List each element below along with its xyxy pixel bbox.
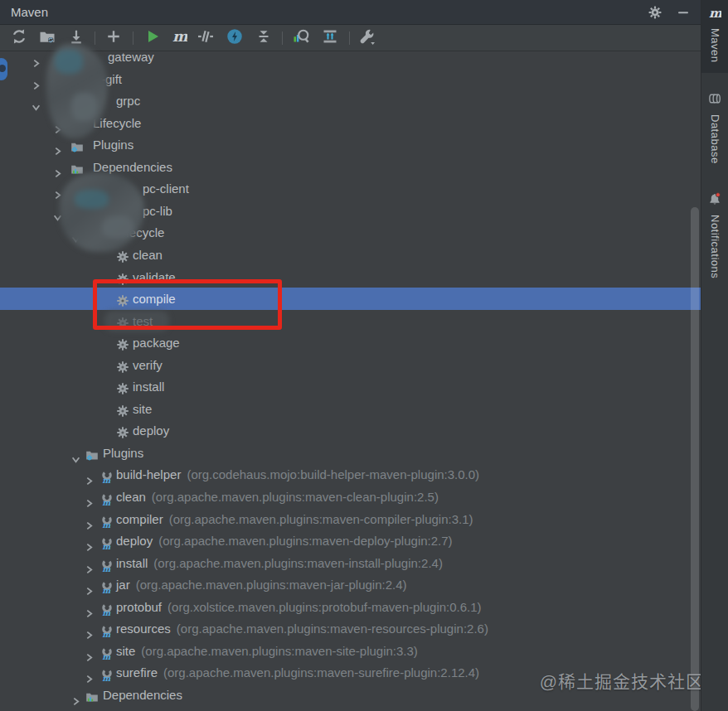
reimport-all-maven-projects-button[interactable] xyxy=(8,27,30,49)
chevron-expanded-icon[interactable] xyxy=(32,96,41,105)
skip-tests-icon xyxy=(197,28,214,48)
maven-settings-button[interactable] xyxy=(357,27,378,49)
tree-row-label: Lifecycle xyxy=(93,116,141,130)
stripe-tab-maven[interactable]: mMaven xyxy=(701,0,728,73)
tree-row-label: Lifecycle xyxy=(116,225,164,239)
tree-row-resources[interactable]: mresources(org.apache.maven.plugins:mave… xyxy=(0,617,701,640)
stripe-tab-notifications[interactable]: Notifications xyxy=(701,186,728,288)
tree-row-deploy[interactable]: mdeploy(org.apache.maven.plugins:maven-d… xyxy=(0,530,701,552)
chevron-collapsed-icon[interactable] xyxy=(85,492,94,501)
tree-row-desc: (org.codehaus.mojo:build-helper-maven-pl… xyxy=(187,467,479,481)
chevron-collapsed-icon[interactable] xyxy=(53,140,62,149)
tree-row-label: Dependencies xyxy=(93,160,172,174)
goal-gear-icon xyxy=(116,423,129,437)
plugin-gear-icon: m xyxy=(99,534,113,547)
tree-row-desc: (org.apache.maven.plugins:maven-clean-pl… xyxy=(152,490,439,504)
chevron-collapsed-icon[interactable] xyxy=(85,470,94,479)
chevron-collapsed-icon[interactable] xyxy=(85,602,94,612)
maven-tool-window: Maven m gateway-giftgrpcLifecyclePlugins… xyxy=(0,0,728,711)
chevron-collapsed-icon[interactable] xyxy=(53,162,62,172)
tree-row-label: site xyxy=(116,644,135,658)
chevron-collapsed-icon[interactable] xyxy=(32,75,41,84)
tree-row-label: jar xyxy=(116,578,130,592)
chevron-collapsed-icon[interactable] xyxy=(32,52,41,61)
chevron-expanded-icon[interactable] xyxy=(71,228,80,237)
tree-row-plugins[interactable]: Plugins xyxy=(0,133,701,156)
tree-row-install[interactable]: install xyxy=(0,375,701,398)
tree-row-pc-lib[interactable]: pc-lib xyxy=(0,200,701,222)
tree-row--gift[interactable]: -gift xyxy=(0,68,701,90)
tree-row-package[interactable]: package xyxy=(0,331,701,354)
chevron-collapsed-icon[interactable] xyxy=(85,536,94,545)
tree-row-desc: (org.xolstice.maven.plugins:protobuf-mav… xyxy=(167,600,482,614)
chevron-collapsed-icon[interactable] xyxy=(85,580,94,589)
toggle-skip-tests-mode-button[interactable] xyxy=(195,27,216,49)
chevron-collapsed-icon[interactable] xyxy=(53,118,62,128)
tree-row-partial[interactable] xyxy=(0,706,701,711)
vertical-scrollbar[interactable] xyxy=(691,207,699,711)
tree-row-desc: (org.apache.maven.plugins:maven-surefire… xyxy=(163,665,479,680)
wrench-caret-icon xyxy=(359,28,376,48)
goal-gear-icon xyxy=(116,248,129,261)
tree-row-clean[interactable]: mclean(org.apache.maven.plugins:maven-cl… xyxy=(0,486,701,508)
plugin-gear-icon: m xyxy=(99,512,113,525)
analyze-dependencies-icon xyxy=(293,28,309,48)
maven-m-icon: m xyxy=(171,28,187,48)
plugin-gear-icon: m xyxy=(99,556,113,569)
minimize-icon[interactable] xyxy=(674,3,692,22)
tree-row-label: pc-lib xyxy=(143,204,172,218)
chevron-expanded-icon[interactable] xyxy=(71,448,80,457)
stripe-tab-database[interactable]: Database xyxy=(701,86,728,174)
tree-row-site[interactable]: site xyxy=(0,398,701,420)
tree-row-compiler[interactable]: mcompiler(org.apache.maven.plugins:maven… xyxy=(0,508,701,530)
tree-row-protobuf[interactable]: mprotobuf(org.xolstice.maven.plugins:pro… xyxy=(0,596,701,618)
show-dependencies-button[interactable] xyxy=(290,27,312,49)
toggle-offline-mode-button[interactable] xyxy=(224,27,245,49)
chevron-collapsed-icon[interactable] xyxy=(85,668,94,677)
download-sources-button[interactable] xyxy=(66,27,87,49)
tool-window-header: Maven xyxy=(0,0,701,25)
tree-row-pc-client[interactable]: pc-client xyxy=(0,177,701,200)
tree-row-desc: (org.apache.maven.plugins:maven-compiler… xyxy=(169,512,473,526)
goal-gear-icon xyxy=(116,380,129,393)
tree-row-lifecycle[interactable]: Lifecycle xyxy=(0,112,701,134)
stripe-tab-label: Database xyxy=(709,114,721,164)
chevron-collapsed-icon[interactable] xyxy=(85,559,94,568)
tree-row-clean[interactable]: clean xyxy=(0,244,701,266)
chevron-collapsed-icon[interactable] xyxy=(71,690,80,699)
tree-row-verify[interactable]: verify xyxy=(0,354,701,376)
plugin-gear-icon: m xyxy=(99,490,113,503)
tree-row-deploy[interactable]: deploy xyxy=(0,419,701,442)
svg-text:m: m xyxy=(102,586,111,593)
plus-icon xyxy=(105,28,122,48)
chevron-collapsed-icon[interactable] xyxy=(85,624,94,633)
tree-row-plugins[interactable]: Plugins xyxy=(0,442,701,464)
run-maven-build-button[interactable] xyxy=(142,27,163,49)
generate-sources-and-update-folders-button[interactable] xyxy=(36,27,58,49)
tree-row-lifecycle[interactable]: Lifecycle xyxy=(0,221,701,244)
tree-row-jar[interactable]: mjar(org.apache.maven.plugins:maven-jar-… xyxy=(0,573,701,596)
tree-row-grpc[interactable]: grpc xyxy=(0,89,701,112)
tree-row-dependencies[interactable]: Dependencies xyxy=(0,156,701,178)
tree-row-label: gateway xyxy=(108,51,154,64)
maven-logo-icon: m xyxy=(708,6,721,22)
execute-maven-goal-button[interactable]: m xyxy=(168,27,190,49)
gear-icon[interactable] xyxy=(646,3,664,22)
folder-plugins-icon xyxy=(70,138,84,151)
tree-row-label: pc-client xyxy=(143,181,189,196)
tree-row-build-helper[interactable]: mbuild-helper(org.codehaus.mojo:build-he… xyxy=(0,463,701,486)
tree-row-install[interactable]: minstall(org.apache.maven.plugins:maven-… xyxy=(0,552,701,574)
dependency-analyzer-button[interactable] xyxy=(319,27,341,49)
toolbar-separator xyxy=(95,31,95,45)
collapse-all-button[interactable] xyxy=(253,27,274,49)
svg-text:m: m xyxy=(102,563,111,571)
chevron-collapsed-icon[interactable] xyxy=(85,515,94,524)
stripe-tab-label: Notifications xyxy=(709,215,721,278)
chevron-collapsed-icon[interactable] xyxy=(85,646,94,655)
tree-row-gateway[interactable]: gateway xyxy=(0,51,701,68)
chevron-expanded-icon[interactable] xyxy=(53,206,62,215)
chevron-collapsed-icon[interactable] xyxy=(53,184,62,193)
add-maven-projects-button[interactable] xyxy=(103,27,124,49)
stripe-tab-label: Maven xyxy=(709,28,721,63)
tree-row-site[interactable]: msite(org.apache.maven.plugins:maven-sit… xyxy=(0,640,701,662)
